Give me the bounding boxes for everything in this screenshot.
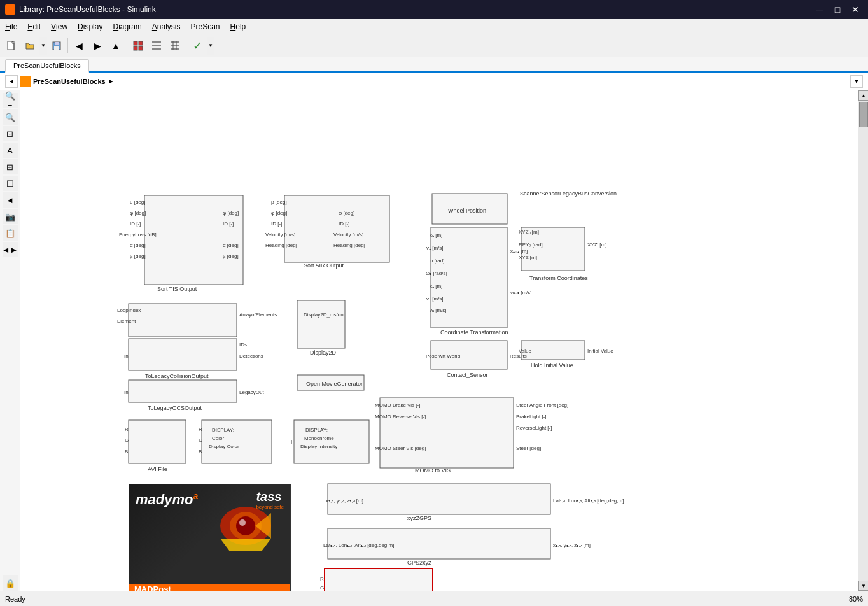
zoom-in-button[interactable]: 🔍+ [3,93,18,108]
svg-text:BrakeLight [-]: BrakeLight [-] [516,414,547,419]
svg-text:Detections: Detections [239,353,263,359]
wheel-position-block[interactable]: Wheel Position [432,194,507,224]
camera-button[interactable]: 📷 [3,209,18,224]
svg-text:Coordinate Transformation: Coordinate Transformation [440,329,508,335]
new-button[interactable] [3,37,20,55]
menu-diagram[interactable]: Diagram [108,19,146,34]
open-movie-block[interactable]: Open MovieGenerator [297,375,364,390]
breadcrumb-end[interactable]: ▼ [850,75,863,88]
svg-text:XYZ [m]: XYZ [m] [519,255,537,260]
hold-initial-block[interactable]: Value Initial Value Hold Initial Value [519,341,613,369]
maximize-button[interactable]: □ [830,3,845,16]
svg-text:xyzZGPS: xyzZGPS [407,515,431,521]
vertical-scrollbar[interactable]: ▲ ▼ [858,90,868,591]
transform-coord-block[interactable]: XYZ₀ [m] RPY₀ [rad] XYZ [m] XYZ' [m] Tra… [519,227,606,281]
svg-text:MOMO Brake Vis [-]: MOMO Brake Vis [-] [375,402,420,408]
up-button[interactable]: ▲ [107,37,125,55]
svg-text:Velocity [m/s]: Velocity [m/s] [333,232,363,237]
to-legacy-collision-block[interactable]: In IDs Detections ToLegacyCollisionOutpu… [124,339,263,379]
select-button[interactable]: ☐ [3,176,18,191]
open-dropdown[interactable]: ▼ [39,37,47,55]
back-button[interactable]: ◀ [70,37,88,55]
menu-help[interactable]: Help [225,19,251,34]
svg-text:Contact_Sensor: Contact_Sensor [447,372,488,378]
svg-rect-77 [129,339,237,370]
list-button[interactable]: 📋 [3,225,18,241]
lines-button[interactable] [148,37,165,55]
nav-button[interactable]: ◄► [3,242,18,257]
contact-sensor-block[interactable]: Pose wrt World Results Contact_Sensor [426,341,527,378]
xyz-gps-block[interactable]: x₁,ₙ, y₁,ₙ, z₁,ₙ [m] Lat₁,ₙ, Lon₁,ₙ, Alt… [326,484,624,521]
window-title: Library: PreScanUsefulBlocks - Simulink [19,5,156,14]
forward-button[interactable]: ▶ [88,37,106,55]
svg-text:Sort TIS Output: Sort TIS Output [157,286,197,292]
menu-view[interactable]: View [46,19,73,34]
close-button[interactable]: ✕ [848,3,863,16]
open-button[interactable] [21,37,39,55]
sort-air-block[interactable]: β [deg] φ [deg] ID [-] Velocity [m/s] He… [265,195,389,269]
svg-text:LegacyOut: LegacyOut [239,390,264,395]
svg-text:ReverseLight [-]: ReverseLight [-] [516,425,552,431]
menu-edit[interactable]: Edit [22,19,46,34]
minimize-button[interactable]: ─ [812,3,827,16]
prescan-icon [20,76,31,87]
momo-vis-block[interactable]: MOMO Brake Vis [-] MOMO Reverse Vis [-] … [375,398,568,474]
madpost-bottom: MADPost MADYMO Dedicated Post-Processing [129,584,290,591]
svg-text:EnergyLoss [dB]: EnergyLoss [dB] [119,232,157,237]
svg-text:AVI File: AVI File [148,466,167,472]
svg-rect-15 [171,48,179,50]
save-button[interactable] [48,37,66,55]
simulink-icon [5,4,15,15]
brs-camera-block[interactable]: R G B Left Right Bottom Top DISPLAY: BRS… [320,568,433,591]
svg-text:Heading [deg]: Heading [deg] [265,243,297,248]
svg-text:MOMO Reverse Vis [-]: MOMO Reverse Vis [-] [375,414,426,419]
scroll-track[interactable] [858,101,868,581]
svg-text:DISPLAY:: DISPLAY: [212,427,234,433]
to-legacy-ocs-block[interactable]: In LegacyOut ToLegacyOCSOutput [124,380,264,411]
text-button[interactable]: A [3,143,18,158]
display-color-block[interactable]: R G B DISPLAY: Color Display Color [199,420,272,463]
svg-text:x₁,ₙ, y₁,ₙ, z₁,ₙ [m]: x₁,ₙ, y₁,ₙ, z₁,ₙ [m] [553,542,591,548]
grid-button[interactable] [166,37,184,55]
gps-xyz-block[interactable]: Lat₁,ₙ, Lon₁,ₙ, Alt₁,ₙ [deg,deg,m] x₁,ₙ,… [323,528,591,566]
scanner-legacy-block[interactable]: ScannerSensorLegacyBusConversion [520,190,617,197]
menu-analysis[interactable]: Analysis [147,19,186,34]
tab-prescanusefulblocks[interactable]: PreScanUsefulBlocks [5,59,89,73]
madpost-eye-icon [217,500,274,551]
coord-transform-block[interactable]: x₁ [m] v₁ [m/s] φ [rad] ω₁ [rad/s] x₁ [m… [426,227,532,335]
scroll-thumb[interactable] [859,102,868,127]
svg-text:Lat₁,ₙ, Lon₁,ₙ, Alt₁,ₙ [deg,de: Lat₁,ₙ, Lon₁,ₙ, Alt₁,ₙ [deg,deg,m] [553,498,624,504]
check-dropdown[interactable]: ▼ [207,37,214,55]
fit-button[interactable]: ⊡ [3,126,18,141]
svg-rect-12 [152,48,161,50]
svg-text:LoopIndex: LoopIndex [117,307,141,313]
display2d-block[interactable]: Display2D_msfun Display2D [297,300,345,356]
svg-text:Heading [deg]: Heading [deg] [333,243,365,248]
svg-point-154 [236,516,255,535]
svg-rect-30 [284,195,389,262]
scroll-down-button[interactable]: ▼ [858,581,868,591]
grid-view-button[interactable]: ⊞ [3,159,18,174]
zoom-out-button[interactable]: 🔍 [3,109,18,125]
sort-tis-block[interactable]: θ [deg] φ [deg] ID [-] EnergyLoss [dB] α… [119,195,243,292]
menu-prescan[interactable]: PreScan [186,19,225,34]
svg-text:v₁ [m/s]: v₁ [m/s] [426,296,444,302]
svg-text:Pose wrt World: Pose wrt World [426,353,460,359]
collapse-button[interactable]: ◄ [3,192,18,208]
display-mono-block[interactable]: I DISPLAY: Monochrome Display Intensity [291,420,369,463]
avi-file-block[interactable]: R G B AVI File [125,420,186,472]
svg-text:Lat₁,ₙ, Lon₁,ₙ, Alt₁,ₙ [deg,de: Lat₁,ₙ, Lon₁,ₙ, Alt₁,ₙ [deg,deg,m] [323,542,394,548]
menu-display[interactable]: Display [73,19,108,34]
scroll-up-button[interactable]: ▲ [858,90,868,101]
breadcrumb-back[interactable]: ◄ [5,75,18,88]
menu-file[interactable]: File [0,19,22,34]
check-button[interactable]: ✓ [188,37,206,55]
svg-text:x₁,ₙ, y₁,ₙ, z₁,ₙ [m]: x₁,ₙ, y₁,ₙ, z₁,ₙ [m] [326,498,363,504]
lock-button[interactable]: 🔒 [3,575,18,591]
svg-text:G: G [199,437,202,443]
window-controls: ─ □ ✕ [812,3,863,16]
blocks-button[interactable] [129,37,147,55]
statusbar: Ready 80% [0,591,868,606]
svg-rect-6 [134,41,137,45]
madpost-block[interactable]: madymoa tass beyond safe MADPost [129,484,291,591]
